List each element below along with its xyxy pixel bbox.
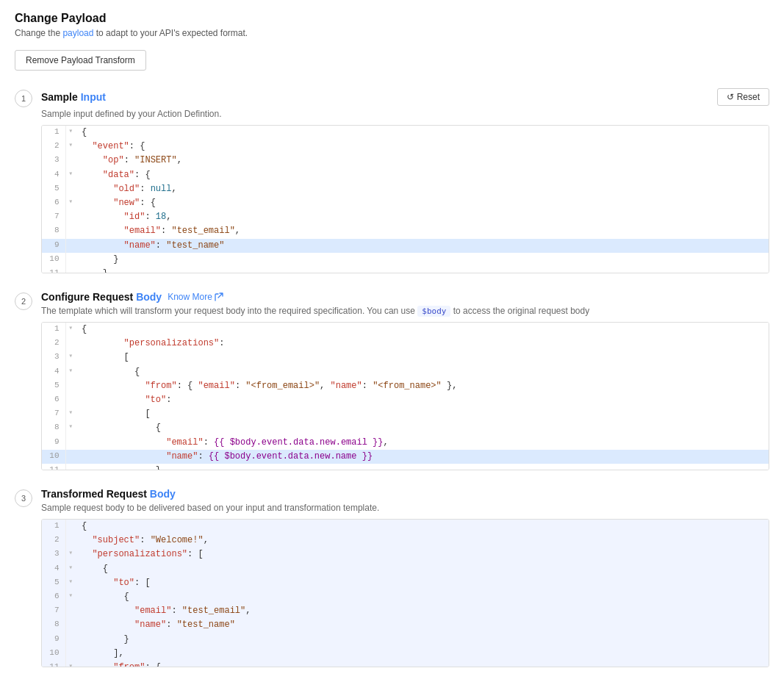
fold-icon[interactable] [65, 154, 76, 168]
line-number: 2 [42, 140, 65, 154]
code-line: 2 "personalizations": [42, 337, 769, 351]
line-number: 11 [42, 464, 65, 470]
code-content: { [76, 421, 769, 435]
fold-icon[interactable] [65, 337, 76, 351]
line-number: 7 [42, 604, 65, 618]
code-line: 3 "op": "INSERT", [42, 154, 769, 168]
fold-icon[interactable]: ▾ [65, 351, 76, 365]
code-line: 9 "name": "test_name" [42, 239, 769, 253]
code-line: 4▾ { [42, 365, 769, 379]
fold-icon[interactable] [65, 239, 76, 253]
fold-icon[interactable]: ▾ [65, 421, 76, 435]
line-number: 3 [42, 351, 65, 365]
code-line: 5▾ "to": [ [42, 576, 769, 590]
code-content: { [76, 323, 769, 337]
code-line: 7 "email": "test_email", [42, 604, 769, 618]
fold-icon[interactable]: ▾ [65, 168, 76, 182]
fold-icon[interactable] [65, 464, 76, 470]
code-line: 4▾ "data": { [42, 168, 769, 182]
section-title-2: Configure Request Body [41, 291, 162, 303]
line-number: 5 [42, 576, 65, 590]
line-number: 5 [42, 379, 65, 393]
fold-icon[interactable]: ▾ [65, 548, 76, 561]
fold-icon[interactable] [65, 436, 76, 450]
fold-icon[interactable] [65, 534, 76, 548]
code-content: [ [76, 407, 769, 421]
code-line: 1 { [42, 520, 769, 534]
code-line: 6▾ { [42, 590, 769, 604]
code-line: 11 } [42, 464, 769, 470]
fold-icon[interactable] [65, 604, 76, 618]
external-link-icon [215, 292, 223, 301]
code-line: 5 "old": null, [42, 182, 769, 196]
step-circle-3: 3 [15, 489, 32, 507]
code-line: 3▾ [ [42, 351, 769, 365]
fold-icon[interactable]: ▾ [65, 590, 76, 604]
fold-icon[interactable]: ▾ [65, 661, 76, 667]
code-line: 2▾ "event": { [42, 140, 769, 154]
line-number: 1 [42, 126, 65, 140]
code-line: 1▾{ [42, 126, 769, 140]
code-content: { [76, 126, 769, 140]
fold-icon[interactable]: ▾ [65, 576, 76, 590]
fold-icon[interactable] [65, 182, 76, 196]
fold-icon[interactable] [65, 253, 76, 267]
line-number: 11 [42, 661, 65, 667]
code-line: 9 "email": {{ $body.event.data.new.email… [42, 436, 769, 450]
line-number: 6 [42, 196, 65, 210]
fold-icon[interactable] [65, 520, 76, 534]
code-content: "email": "test_email", [76, 604, 769, 618]
line-number: 7 [42, 407, 65, 421]
fold-icon[interactable] [65, 210, 76, 224]
section-desc-1: Sample input defined by your Action Defi… [41, 109, 769, 119]
fold-icon[interactable]: ▾ [65, 140, 76, 154]
page-subtitle: Change the payload to adapt to your API'… [15, 28, 769, 38]
code-line: 10 } [42, 253, 769, 267]
code-line: 4▾ { [42, 562, 769, 576]
reset-button[interactable]: ↺ Reset [717, 88, 769, 106]
fold-icon[interactable] [65, 379, 76, 393]
fold-icon[interactable] [65, 224, 76, 238]
code-content: "email": {{ $body.event.data.new.email }… [76, 436, 769, 450]
code-line: 11▾ "from": { [42, 661, 769, 667]
line-number: 9 [42, 633, 65, 647]
code-content: "op": "INSERT", [76, 154, 769, 168]
fold-icon[interactable] [65, 633, 76, 647]
fold-icon[interactable]: ▾ [65, 365, 76, 379]
code-content: "personalizations": [76, 337, 769, 351]
fold-icon[interactable]: ▾ [65, 407, 76, 421]
code-line: 7 "id": 18, [42, 210, 769, 224]
code-line: 8 "email": "test_email", [42, 224, 769, 238]
code-content: "data": { [76, 168, 769, 182]
code-content: [ [76, 351, 769, 365]
fold-icon[interactable] [65, 267, 76, 273]
fold-icon[interactable]: ▾ [65, 562, 76, 576]
fold-icon[interactable]: ▾ [65, 196, 76, 210]
line-number: 6 [42, 393, 65, 407]
section-title-1: Sample Input [41, 91, 106, 103]
code-content: { [76, 562, 769, 576]
remove-payload-transform-button[interactable]: Remove Payload Transform [15, 50, 146, 71]
line-number: 4 [42, 168, 65, 182]
line-number: 5 [42, 182, 65, 196]
fold-icon[interactable] [65, 450, 76, 464]
code-content: }, [76, 267, 769, 273]
line-number: 1 [42, 323, 65, 337]
fold-icon[interactable] [65, 393, 76, 407]
fold-icon[interactable]: ▾ [65, 323, 76, 337]
code-editor-2[interactable]: 1▾{2 "personalizations":3▾ [4▾ {5 "from"… [41, 322, 769, 470]
code-content: } [76, 633, 769, 647]
code-editor-3[interactable]: 1 {2 "subject": "Welcome!",3▾ "personali… [41, 519, 769, 667]
code-content: "personalizations": [ [76, 548, 769, 561]
line-number: 8 [42, 224, 65, 238]
fold-icon[interactable] [65, 647, 76, 661]
code-line: 10 "name": {{ $body.event.data.new.name … [42, 450, 769, 464]
code-editor-1[interactable]: 1▾{2▾ "event": {3 "op": "INSERT",4▾ "dat… [41, 125, 769, 273]
know-more-link[interactable]: Know More [168, 292, 212, 302]
code-content: "event": { [76, 140, 769, 154]
code-content: "email": "test_email", [76, 224, 769, 238]
fold-icon[interactable] [65, 618, 76, 632]
line-number: 10 [42, 647, 65, 661]
fold-icon[interactable]: ▾ [65, 126, 76, 140]
code-line: 2 "subject": "Welcome!", [42, 534, 769, 548]
